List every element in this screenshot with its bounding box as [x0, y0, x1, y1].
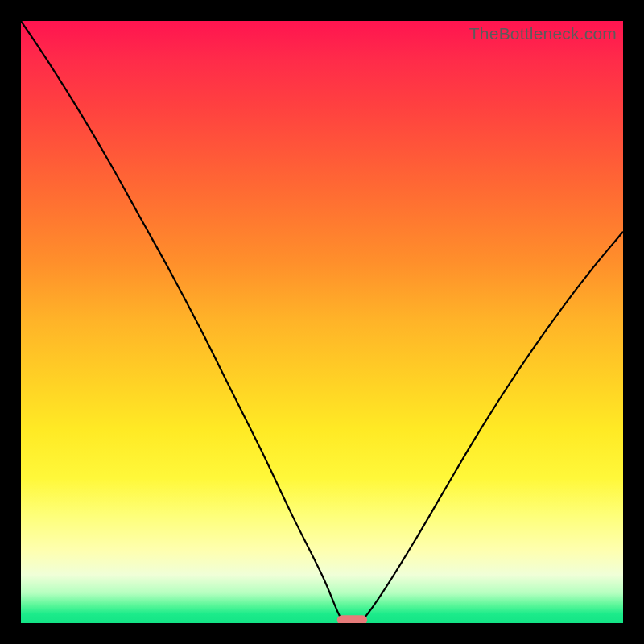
gradient-background — [21, 21, 623, 623]
chart-frame: TheBottleneck.com — [21, 21, 623, 623]
watermark-text: TheBottleneck.com — [469, 24, 617, 43]
